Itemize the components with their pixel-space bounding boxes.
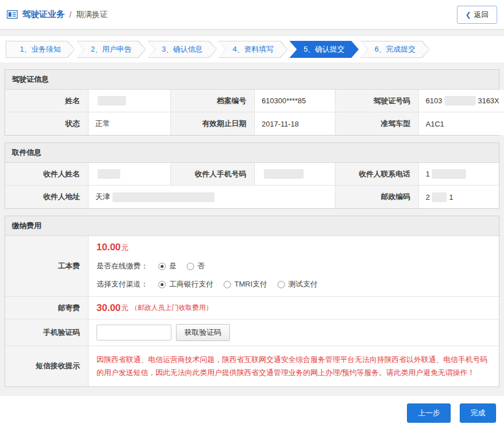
name-value [89,90,171,112]
pickup-info-title: 取件信息 [5,143,499,163]
redacted-recipient-address [112,192,215,202]
recipient-name-value [89,163,171,186]
radio-selected-icon [158,281,166,288]
license-number-value: 61033163X [419,90,504,112]
license-number-prefix: 6103 [426,96,442,105]
redacted-postcode [432,192,447,202]
breadcrumb: 驾驶证业务 / 期满换证 [7,9,108,20]
step-label: 3、确认信息 [162,44,203,54]
breadcrumb-separator: / [69,10,72,19]
radio-channel-icbc-label: 工商银行支付 [169,279,213,289]
radio-online-no-label: 否 [198,261,205,271]
status-label: 状态 [5,112,89,135]
radio-online-no[interactable]: 否 [187,261,205,271]
sms-notice-text: 因陕西省联通、电信运营商技术问题，陕西省互联网交通安全综合服务管理平台无法向持陕… [89,346,499,386]
redacted-recipient-name [98,169,120,179]
radio-channel-test-label: 测试支付 [288,279,318,289]
recipient-phone-prefix: 1 [426,170,430,178]
redacted-recipient-phone [432,169,466,179]
back-button-label: 返回 [474,10,489,20]
step-3-confirm-info[interactable]: 3、确认信息 [148,41,217,58]
step-5-confirm-submit[interactable]: 5、确认提交 [289,41,359,58]
back-button[interactable]: ❮ 返回 [457,6,497,24]
recipient-phone-label: 收件人联系电话 [335,163,419,186]
license-number-label: 驾驶证号码 [335,90,419,112]
step-label: 1、业务须知 [20,44,61,54]
payment-panel: 缴纳费用 工本费 10.00元 是否在线缴费： 是 否 选择支付渠道： [5,216,499,387]
license-info-title: 驾驶证信息 [5,70,499,90]
recipient-mobile-label: 收件人手机号码 [171,163,255,186]
postcode-prefix: 2 [426,193,430,201]
step-1-business-notice[interactable]: 1、业务须知 [6,41,75,58]
recipient-address-prefix: 天津 [95,192,110,202]
mail-fee-cell: 30.00元 （邮政人员上门收取费用） [89,297,499,319]
license-info-panel: 驾驶证信息 姓名 档案编号 610300****85 驾驶证号码 6103316… [5,69,499,136]
step-4-fill-data[interactable]: 4、资料填写 [219,41,288,58]
radio-unselected-icon [187,263,194,270]
postcode-value: 21 [419,186,499,208]
radio-channel-tmri-label: TMRI支付 [234,279,267,289]
postcode-suffix: 1 [449,193,453,201]
finish-button[interactable]: 完成 [460,403,496,423]
license-business-icon [7,10,18,19]
vehicle-type-label: 准驾车型 [335,112,419,135]
step-2-user-declaration[interactable]: 2、用户申告 [77,41,146,58]
radio-channel-tmri[interactable]: TMRI支付 [224,279,267,289]
radio-channel-icbc[interactable]: 工商银行支付 [158,279,213,289]
sms-notice-label: 短信接收提示 [5,346,89,386]
step-navigation: 1、业务须知 2、用户申告 3、确认信息 4、资料填写 5、确认提交 6、完成提… [0,36,504,62]
payment-title: 缴纳费用 [5,216,499,236]
verification-code-input[interactable] [96,325,171,340]
license-number-suffix: 3163X [478,96,499,105]
recipient-address-value: 天津 [89,186,335,208]
radio-selected-icon [158,263,166,270]
verification-code-cell: 获取验证码 [89,319,499,346]
recipient-phone-value: 1 [419,163,499,186]
production-fee-label: 工本费 [5,236,89,297]
mail-fee-amount: 30.00 [96,302,121,314]
license-info-table: 姓名 档案编号 610300****85 驾驶证号码 61033163X 状态 … [5,90,499,135]
step-6-finish-submit[interactable]: 6、完成提交 [360,41,430,58]
verification-code-label: 手机验证码 [5,319,89,346]
step-label: 4、资料填写 [233,44,274,54]
pickup-info-table: 收件人姓名 收件人手机号码 收件人联系电话 1 收件人地址 天津 邮政编码 21 [5,163,499,208]
name-label: 姓名 [5,90,89,112]
page-subtitle: 期满换证 [76,10,108,20]
recipient-mobile-value [255,163,335,186]
redacted-license-number [444,96,476,106]
redacted-recipient-mobile [264,169,304,179]
status-value: 正常 [89,112,171,135]
back-chevron-icon: ❮ [465,11,471,19]
expiry-label: 有效期止日期 [171,112,255,135]
vehicle-type-value: A1C1 [419,112,504,135]
header: 驾驶证业务 / 期满换证 ❮ 返回 [0,0,504,30]
mail-fee-note: （邮政人员上门收取费用） [131,303,213,313]
get-verification-code-button[interactable]: 获取验证码 [176,324,230,341]
expiry-value: 2017-11-18 [255,112,335,135]
recipient-address-label: 收件人地址 [5,186,89,208]
production-fee-amount-line: 10.00元 [96,242,491,253]
file-number-value: 610300****85 [255,90,335,112]
step-label: 6、完成提交 [375,44,415,54]
postcode-label: 邮政编码 [335,186,419,208]
production-fee-unit: 元 [121,243,129,252]
radio-online-yes[interactable]: 是 [158,261,177,271]
online-payment-question: 是否在线缴费： [96,261,148,271]
radio-unselected-icon [278,281,285,288]
mail-fee-label: 邮寄费 [5,297,89,319]
step-label: 5、确认提交 [304,44,345,54]
pickup-info-panel: 取件信息 收件人姓名 收件人手机号码 收件人联系电话 1 收件人地址 天津 邮政… [5,142,499,209]
payment-channel-line: 选择支付渠道： 工商银行支付 TMRI支付 测试支付 [96,279,491,289]
online-payment-question-line: 是否在线缴费： 是 否 [96,261,491,271]
radio-channel-test[interactable]: 测试支付 [278,279,318,289]
recipient-name-label: 收件人姓名 [5,163,89,186]
step-label: 2、用户申告 [91,44,132,54]
redacted-name [98,96,126,106]
production-fee-amount: 10.00 [96,242,121,253]
mail-fee-unit: 元 [121,303,129,313]
file-number-label: 档案编号 [171,90,255,112]
previous-step-button[interactable]: 上一步 [407,403,451,423]
page-title: 驾驶证业务 [22,9,65,20]
radio-online-yes-label: 是 [169,261,177,271]
payment-channel-question: 选择支付渠道： [96,279,148,289]
